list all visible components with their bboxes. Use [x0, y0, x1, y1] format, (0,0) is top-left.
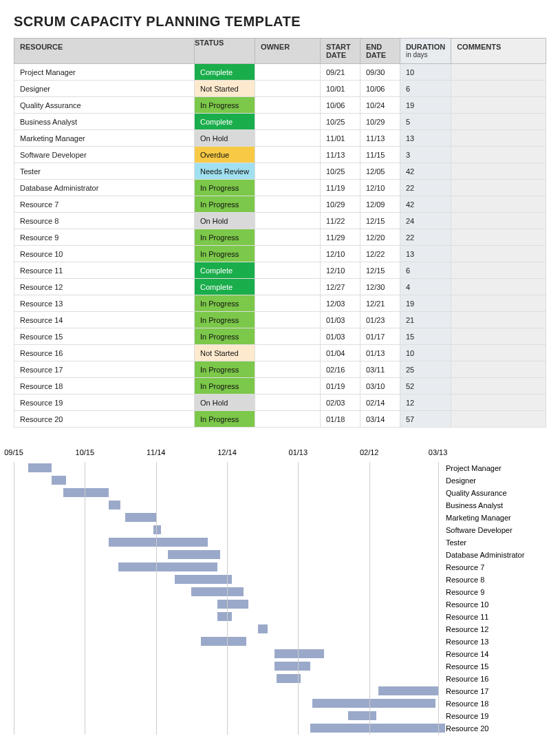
cell-end-date[interactable]: 12/21: [360, 295, 400, 312]
cell-comments[interactable]: [451, 213, 546, 229]
cell-resource[interactable]: Resource 19: [14, 395, 195, 411]
cell-owner[interactable]: [255, 345, 320, 361]
cell-end-date[interactable]: 10/24: [360, 97, 400, 114]
cell-comments[interactable]: [451, 279, 546, 295]
cell-start-date[interactable]: 02/03: [320, 395, 360, 411]
cell-start-date[interactable]: 10/25: [320, 163, 360, 180]
cell-duration[interactable]: 42: [400, 163, 451, 180]
cell-start-date[interactable]: 11/29: [320, 229, 360, 246]
cell-comments[interactable]: [451, 312, 546, 328]
cell-start-date[interactable]: 11/22: [320, 213, 360, 229]
cell-resource[interactable]: Resource 8: [14, 213, 195, 229]
cell-start-date[interactable]: 11/19: [320, 180, 360, 196]
cell-duration[interactable]: 3: [400, 147, 451, 163]
cell-resource[interactable]: Resource 13: [14, 295, 195, 312]
cell-owner[interactable]: [255, 229, 320, 246]
cell-duration[interactable]: 6: [400, 262, 451, 279]
cell-status[interactable]: In Progress: [195, 97, 255, 114]
cell-end-date[interactable]: 01/17: [360, 328, 400, 345]
cell-duration[interactable]: 22: [400, 229, 451, 246]
cell-end-date[interactable]: 12/15: [360, 262, 400, 279]
cell-owner[interactable]: [255, 295, 320, 312]
cell-status[interactable]: In Progress: [195, 229, 255, 246]
cell-duration[interactable]: 19: [400, 97, 451, 114]
cell-owner[interactable]: [255, 114, 320, 130]
cell-duration[interactable]: 22: [400, 180, 451, 196]
cell-comments[interactable]: [451, 395, 546, 411]
cell-start-date[interactable]: 09/21: [320, 64, 360, 81]
cell-comments[interactable]: [451, 378, 546, 395]
cell-status[interactable]: In Progress: [195, 180, 255, 196]
cell-owner[interactable]: [255, 180, 320, 196]
cell-resource[interactable]: Resource 15: [14, 328, 195, 345]
cell-comments[interactable]: [451, 81, 546, 97]
cell-start-date[interactable]: 01/18: [320, 411, 360, 428]
cell-duration[interactable]: 4: [400, 279, 451, 295]
cell-resource[interactable]: Tester: [14, 163, 195, 180]
cell-owner[interactable]: [255, 130, 320, 147]
cell-duration[interactable]: 6: [400, 81, 451, 97]
cell-start-date[interactable]: 01/19: [320, 378, 360, 395]
cell-owner[interactable]: [255, 213, 320, 229]
cell-comments[interactable]: [451, 114, 546, 130]
cell-owner[interactable]: [255, 279, 320, 295]
cell-duration[interactable]: 57: [400, 411, 451, 428]
cell-resource[interactable]: Resource 11: [14, 262, 195, 279]
cell-status[interactable]: Complete: [195, 114, 255, 130]
cell-owner[interactable]: [255, 64, 320, 81]
cell-owner[interactable]: [255, 147, 320, 163]
cell-comments[interactable]: [451, 246, 546, 262]
cell-status[interactable]: Overdue: [195, 147, 255, 163]
cell-owner[interactable]: [255, 312, 320, 328]
cell-duration[interactable]: 10: [400, 345, 451, 361]
cell-comments[interactable]: [451, 97, 546, 114]
cell-status[interactable]: In Progress: [195, 378, 255, 395]
cell-resource[interactable]: Software Developer: [14, 147, 195, 163]
cell-end-date[interactable]: 10/29: [360, 114, 400, 130]
cell-resource[interactable]: Business Analyst: [14, 114, 195, 130]
cell-status[interactable]: In Progress: [195, 295, 255, 312]
cell-resource[interactable]: Resource 14: [14, 312, 195, 328]
cell-status[interactable]: Needs Review: [195, 163, 255, 180]
cell-resource[interactable]: Resource 17: [14, 361, 195, 378]
cell-duration[interactable]: 25: [400, 361, 451, 378]
cell-comments[interactable]: [451, 130, 546, 147]
cell-start-date[interactable]: 01/03: [320, 328, 360, 345]
cell-duration[interactable]: 21: [400, 312, 451, 328]
cell-resource[interactable]: Resource 16: [14, 345, 195, 361]
cell-status[interactable]: On Hold: [195, 130, 255, 147]
cell-start-date[interactable]: 01/03: [320, 312, 360, 328]
cell-comments[interactable]: [451, 180, 546, 196]
cell-owner[interactable]: [255, 378, 320, 395]
cell-end-date[interactable]: 12/30: [360, 279, 400, 295]
cell-start-date[interactable]: 10/06: [320, 97, 360, 114]
cell-resource[interactable]: Resource 10: [14, 246, 195, 262]
cell-end-date[interactable]: 12/22: [360, 246, 400, 262]
cell-start-date[interactable]: 10/01: [320, 81, 360, 97]
cell-status[interactable]: In Progress: [195, 196, 255, 213]
cell-duration[interactable]: 42: [400, 196, 451, 213]
cell-start-date[interactable]: 11/13: [320, 147, 360, 163]
cell-owner[interactable]: [255, 163, 320, 180]
cell-resource[interactable]: Resource 9: [14, 229, 195, 246]
cell-owner[interactable]: [255, 411, 320, 428]
cell-resource[interactable]: Resource 12: [14, 279, 195, 295]
cell-start-date[interactable]: 02/16: [320, 361, 360, 378]
cell-resource[interactable]: Marketing Manager: [14, 130, 195, 147]
cell-end-date[interactable]: 01/13: [360, 345, 400, 361]
cell-resource[interactable]: Designer: [14, 81, 195, 97]
cell-start-date[interactable]: 10/29: [320, 196, 360, 213]
cell-status[interactable]: Complete: [195, 279, 255, 295]
cell-start-date[interactable]: 11/01: [320, 130, 360, 147]
cell-owner[interactable]: [255, 246, 320, 262]
cell-comments[interactable]: [451, 147, 546, 163]
cell-end-date[interactable]: 12/15: [360, 213, 400, 229]
cell-end-date[interactable]: 01/23: [360, 312, 400, 328]
cell-comments[interactable]: [451, 64, 546, 81]
cell-end-date[interactable]: 12/09: [360, 196, 400, 213]
cell-status[interactable]: In Progress: [195, 411, 255, 428]
cell-status[interactable]: In Progress: [195, 328, 255, 345]
cell-comments[interactable]: [451, 262, 546, 279]
cell-end-date[interactable]: 12/05: [360, 163, 400, 180]
cell-resource[interactable]: Project Manager: [14, 64, 195, 81]
